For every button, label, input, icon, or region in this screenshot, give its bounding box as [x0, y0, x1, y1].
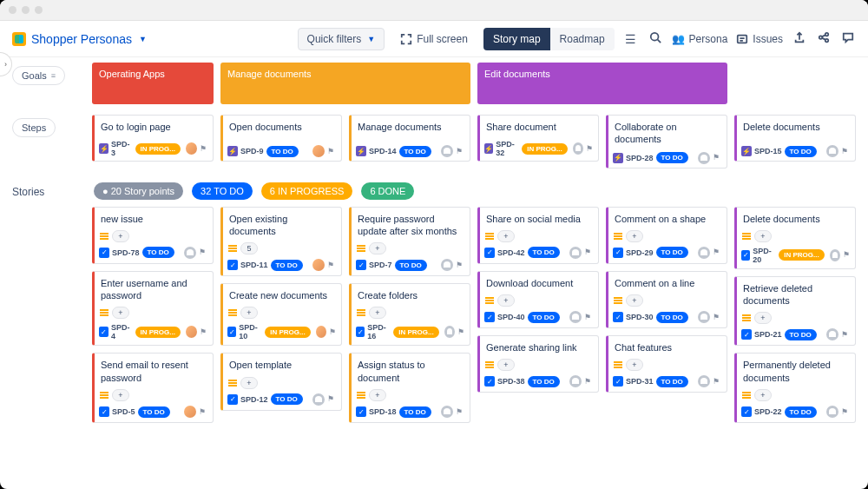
full-screen-button[interactable]: Full screen: [393, 29, 475, 50]
step-card[interactable]: Collaborate on documents⚡SPD-28TO DO⚑: [606, 115, 727, 169]
flag-icon[interactable]: ⚑: [713, 153, 722, 162]
status-pill[interactable]: IN PROG...: [393, 327, 438, 338]
status-pill[interactable]: IN PROG...: [522, 143, 567, 155]
story-points-btn[interactable]: +: [112, 230, 129, 242]
status-pill[interactable]: TO DO: [656, 376, 688, 387]
status-pill[interactable]: TO DO: [528, 247, 560, 258]
status-pill[interactable]: TO DO: [142, 247, 174, 258]
status-pill[interactable]: TO DO: [528, 312, 560, 323]
flag-icon[interactable]: ⚑: [200, 327, 208, 337]
status-pill[interactable]: TO DO: [395, 260, 427, 271]
roadmap-tab[interactable]: Roadmap: [550, 28, 615, 50]
assignee-avatar[interactable]: [698, 375, 710, 387]
story-points-btn[interactable]: +: [112, 389, 129, 401]
assignee-avatar[interactable]: [569, 311, 582, 323]
story-points-btn[interactable]: +: [754, 230, 772, 242]
story-points-btn[interactable]: +: [369, 242, 386, 254]
assignee-avatar[interactable]: [826, 328, 838, 340]
flag-icon[interactable]: ⚑: [199, 407, 208, 417]
assignee-avatar[interactable]: [441, 145, 453, 157]
status-pill[interactable]: IN PROG...: [779, 249, 824, 261]
assignee-avatar[interactable]: [569, 247, 582, 259]
list-icon[interactable]: ☰: [623, 32, 639, 46]
status-pill[interactable]: TO DO: [656, 247, 688, 258]
story-card[interactable]: Chat features+✓SPD-31TO DO⚑: [606, 335, 727, 393]
step-card[interactable]: Manage documents⚡SPD-14TO DO⚑: [349, 115, 470, 162]
story-card[interactable]: Comment on a line+✓SPD-30TO DO⚑: [606, 271, 727, 328]
persona-button[interactable]: 👥 Persona: [672, 33, 728, 45]
flag-icon[interactable]: ⚑: [456, 261, 465, 270]
story-points-btn[interactable]: +: [240, 377, 258, 389]
flag-icon[interactable]: ⚑: [713, 313, 722, 322]
story-card[interactable]: new issue+✓SPD-78TO DO⚑: [92, 207, 214, 264]
done-count-pill[interactable]: 6 DONE: [361, 182, 414, 200]
step-card[interactable]: Go to login page⚡SPD-3IN PROG...⚑: [92, 115, 214, 162]
story-card[interactable]: Permanently deleted documents+✓SPD-22TO …: [734, 353, 856, 423]
story-points-btn[interactable]: +: [112, 307, 129, 319]
assignee-avatar[interactable]: [698, 152, 710, 164]
assignee-avatar[interactable]: [184, 247, 196, 259]
step-card[interactable]: Share document⚡SPD-32IN PROG...⚑: [477, 115, 599, 162]
assignee-avatar[interactable]: [830, 249, 840, 261]
story-points-btn[interactable]: 5: [240, 242, 258, 254]
status-pill[interactable]: TO DO: [785, 329, 817, 340]
project-selector[interactable]: Shopper Personas ▼: [12, 32, 147, 46]
flag-icon[interactable]: ⚑: [841, 330, 851, 340]
issues-button[interactable]: Issues: [736, 33, 783, 45]
status-pill[interactable]: TO DO: [656, 152, 688, 163]
assignee-avatar[interactable]: [698, 311, 710, 323]
flag-icon[interactable]: ⚑: [327, 147, 337, 156]
status-pill[interactable]: TO DO: [399, 146, 431, 157]
story-card[interactable]: Require password update after six months…: [349, 207, 470, 277]
flag-icon[interactable]: ⚑: [841, 147, 851, 156]
share-icon[interactable]: [816, 31, 832, 46]
story-points-btn[interactable]: +: [754, 389, 772, 401]
story-card[interactable]: Assign status to document+✓SPD-18TO DO⚑: [349, 353, 470, 423]
story-card[interactable]: Create folders+✓SPD-16IN PROG...⚑: [349, 283, 470, 346]
story-card[interactable]: Generate sharing link+✓SPD-38TO DO⚑: [477, 335, 599, 393]
story-card[interactable]: Create new documents+✓SPD-10IN PROG...⚑: [220, 283, 342, 346]
flag-icon[interactable]: ⚑: [584, 248, 594, 257]
assignee-avatar[interactable]: [312, 259, 325, 271]
step-card[interactable]: Open documents⚡SPD-9TO DO⚑: [220, 115, 342, 162]
story-points-btn[interactable]: +: [626, 230, 643, 242]
assignee-avatar[interactable]: [698, 247, 710, 259]
story-points-btn[interactable]: +: [754, 312, 772, 324]
story-card[interactable]: Open template+✓SPD-12TO DO⚑: [220, 353, 342, 410]
assignee-avatar[interactable]: [826, 406, 838, 418]
assignee-avatar[interactable]: [573, 142, 583, 155]
story-points-btn[interactable]: +: [626, 294, 643, 307]
story-points-btn[interactable]: +: [240, 307, 258, 319]
status-pill[interactable]: TO DO: [271, 393, 303, 405]
flag-icon[interactable]: ⚑: [456, 147, 465, 156]
story-card[interactable]: Download document+✓SPD-40TO DO⚑: [477, 271, 599, 328]
assignee-avatar[interactable]: [186, 142, 197, 155]
story-card[interactable]: Comment on a shape+✓SPD-29TO DO⚑: [606, 207, 727, 264]
step-card[interactable]: Delete documents⚡SPD-15TO DO⚑: [734, 115, 856, 162]
story-card[interactable]: Share on social media+✓SPD-42TO DO⚑: [477, 207, 599, 264]
todo-count-pill[interactable]: 32 TO DO: [192, 182, 253, 200]
flag-icon[interactable]: ⚑: [329, 327, 337, 337]
flag-icon[interactable]: ⚑: [457, 327, 465, 337]
story-card[interactable]: Open existing documents5✓SPD-11TO DO⚑: [220, 207, 342, 277]
assignee-avatar[interactable]: [441, 259, 453, 271]
goal-card[interactable]: Operating Apps: [92, 63, 214, 104]
flag-icon[interactable]: ⚑: [584, 377, 594, 387]
flag-icon[interactable]: ⚑: [843, 250, 851, 260]
story-points-btn[interactable]: +: [626, 359, 643, 371]
status-pill[interactable]: IN PROG...: [135, 327, 181, 338]
export-icon[interactable]: [792, 31, 807, 46]
status-pill[interactable]: TO DO: [271, 260, 303, 271]
status-pill[interactable]: TO DO: [399, 406, 431, 418]
flag-icon[interactable]: ⚑: [327, 261, 337, 270]
assignee-avatar[interactable]: [312, 145, 325, 157]
search-icon[interactable]: [648, 31, 663, 46]
flag-icon[interactable]: ⚑: [456, 407, 465, 417]
assignee-avatar[interactable]: [444, 326, 455, 338]
status-pill[interactable]: TO DO: [528, 376, 560, 387]
assignee-avatar[interactable]: [569, 375, 582, 387]
feedback-icon[interactable]: [840, 31, 856, 46]
status-pill[interactable]: TO DO: [785, 146, 817, 157]
flag-icon[interactable]: ⚑: [713, 248, 722, 257]
assignee-avatar[interactable]: [441, 406, 453, 418]
